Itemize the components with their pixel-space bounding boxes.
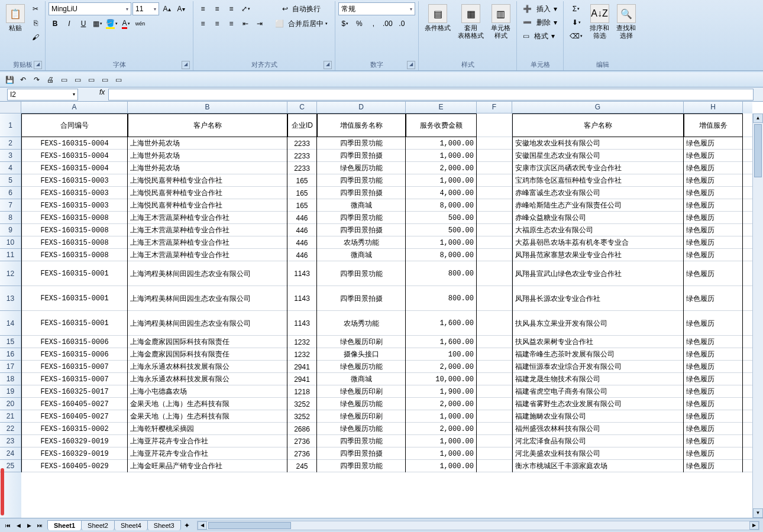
cell-C[interactable]: 1232 [287,348,317,361]
cell-G[interactable]: 福建龙晟生物技术有限公司 [512,373,684,385]
decrease-font-button[interactable]: A▾ [174,2,187,15]
cell-D[interactable]: 四季田景拍摄 [317,150,406,162]
cells-area[interactable]: 合同编号客户名称企业ID增值服务名称服务收费金额客户名称增值服务FEXS-160… [21,113,752,518]
cell-C[interactable]: 2233 [287,137,317,150]
scroll-right-arrow[interactable]: ▶ [749,521,759,530]
cell-E[interactable]: 4,000.00 [406,187,477,199]
find-select-button[interactable]: 🔍查找和选择 [613,2,639,41]
cell-D[interactable]: 四季田景功能 [317,212,406,224]
cell-G[interactable]: 河北美盛农业科技有限公司 [512,447,684,460]
column-header-F[interactable]: F [477,102,512,113]
cell-F[interactable] [477,447,512,460]
cell-G[interactable]: 福建省雾野生态农业发展有限公司 [512,398,684,410]
cell-G[interactable]: 衡水市桃城区千丰源家庭农场 [512,460,684,472]
row-header-24[interactable]: 24 [0,447,21,460]
name-box[interactable]: I2▾ [7,89,78,100]
cell-B[interactable]: 上海世外苑农场 [128,162,287,174]
sheet-tab-Sheet1[interactable]: Sheet1 [47,520,82,530]
cell-C[interactable]: 446 [287,212,317,224]
paste-button[interactable]: 📋 粘贴 [3,2,28,34]
cell-A[interactable]: FEXS-160315-0004 [21,162,128,174]
cell-H[interactable]: 绿色履历 [684,460,743,472]
cell-A[interactable]: FEXS-160315-0006 [21,336,128,348]
cell-G[interactable]: 凤翔县长源农业专业合作社 [512,286,684,311]
row-header-18[interactable]: 18 [0,373,21,385]
clear-button[interactable]: ⌫ [567,30,586,43]
align-middle-button[interactable]: ≡ [211,2,224,15]
sheet-tab-Sheet4[interactable]: Sheet4 [114,520,148,530]
format-as-table-button[interactable]: ▦套用表格格式 [455,2,487,41]
cell-B[interactable]: 上海悦民嘉誉种植专业合作社 [128,187,287,199]
cell-H[interactable]: 绿色履历 [684,236,743,249]
cell-G[interactable]: 赤峰富诚生态农业有限公司 [512,187,684,199]
header-cell-B[interactable]: 客户名称 [128,113,287,137]
indent-increase-button[interactable]: ⇥ [253,17,266,30]
cell-E[interactable]: 1,000.00 [406,174,477,187]
cell-F[interactable] [477,187,512,199]
cell-C[interactable]: 446 [287,224,317,236]
cell-A[interactable]: FEXS-160315-0003 [21,187,128,199]
cell-D[interactable]: 四季田景功能 [317,137,406,150]
fx-cancel-button[interactable] [83,88,96,101]
cell-B[interactable]: 上海世外苑农场 [128,150,287,162]
row-header-21[interactable]: 21 [0,410,21,423]
cell-H[interactable]: 绿色履历 [684,361,743,373]
cell-F[interactable] [477,150,512,162]
cell-E[interactable]: 1,000.00 [406,460,477,472]
cell-D[interactable]: 四季田景功能 [317,261,406,286]
qat-btn-9[interactable]: ▭ [112,74,124,86]
cell-D[interactable]: 绿色履历印刷 [317,410,406,423]
cell-C[interactable]: 1218 [287,385,317,398]
cell-F[interactable] [477,336,512,348]
cell-E[interactable]: 1,000.00 [406,236,477,249]
hscroll-thumb[interactable] [208,522,291,529]
cell-B[interactable]: 金果天地（上海）生态科技有限 [128,398,287,410]
cell-H[interactable]: 绿色履历 [684,398,743,410]
alignment-dialog-launcher[interactable]: ◢ [324,61,332,69]
cell-F[interactable] [477,385,512,398]
cell-B[interactable]: 上海亚芹花卉专业合作社 [128,435,287,447]
qat-save-button[interactable]: 💾 [4,74,15,86]
cell-B[interactable]: 上海鸿程美林间田园生态农业有限公司 [128,311,287,336]
cell-E[interactable]: 1,000.00 [406,410,477,423]
indent-decrease-button[interactable]: ⇤ [239,17,252,30]
cell-F[interactable] [477,224,512,236]
column-header-G[interactable]: G [512,102,684,113]
delete-cells-button[interactable]: ➖ 删除 ▾ [520,16,560,29]
row-header-15[interactable]: 15 [0,336,21,348]
cell-B[interactable]: 上海王木营蔬菜种植专业合作社 [128,249,287,261]
cell-B[interactable]: 上海世外苑农场 [128,137,287,150]
font-color-button[interactable]: A [119,17,132,30]
row-header-9[interactable]: 9 [0,224,21,236]
cell-G[interactable]: 安康市汉滨区尚硒农民专业合作社 [512,162,684,174]
row-header-3[interactable]: 3 [0,150,21,162]
cell-D[interactable]: 四季田景拍摄 [317,286,406,311]
cell-C[interactable]: 1143 [287,286,317,311]
cell-A[interactable]: FEXS-160315-0002 [21,423,128,435]
scroll-up-arrow[interactable]: ▲ [753,113,763,123]
cell-H[interactable]: 绿色履历 [684,150,743,162]
orientation-button[interactable]: ⤢ [239,2,252,15]
cell-G[interactable]: 福建帝峰生态茶叶发展有限公司 [512,348,684,361]
cell-B[interactable]: 上海亚芹花卉专业合作社 [128,447,287,460]
row-header-6[interactable]: 6 [0,187,21,199]
cell-H[interactable]: 绿色履历 [684,348,743,361]
cell-H[interactable]: 绿色履历 [684,373,743,385]
cell-B[interactable]: 上海金旺果品产销专业合作社 [128,460,287,472]
cut-button[interactable]: ✂ [29,2,42,15]
tab-nav-next[interactable]: ▶ [24,520,34,531]
cell-F[interactable] [477,311,512,336]
cell-styles-button[interactable]: ▥单元格样式 [488,2,513,41]
cell-G[interactable]: 福建省虎空电子商务有限公司 [512,385,684,398]
conditional-format-button[interactable]: ▤条件格式 [422,2,454,34]
cell-F[interactable] [477,162,512,174]
cell-A[interactable]: FEXS-160329-0019 [21,447,128,460]
cell-D[interactable]: 绿色履历功能 [317,398,406,410]
cell-C[interactable]: 165 [287,187,317,199]
cell-C[interactable]: 2233 [287,150,317,162]
cell-C[interactable]: 2233 [287,162,317,174]
cell-G[interactable]: 安徽国星生态农业有限公司 [512,150,684,162]
border-button[interactable]: ▦ [91,17,104,30]
row-header-5[interactable]: 5 [0,174,21,187]
cell-D[interactable]: 微商城 [317,199,406,212]
